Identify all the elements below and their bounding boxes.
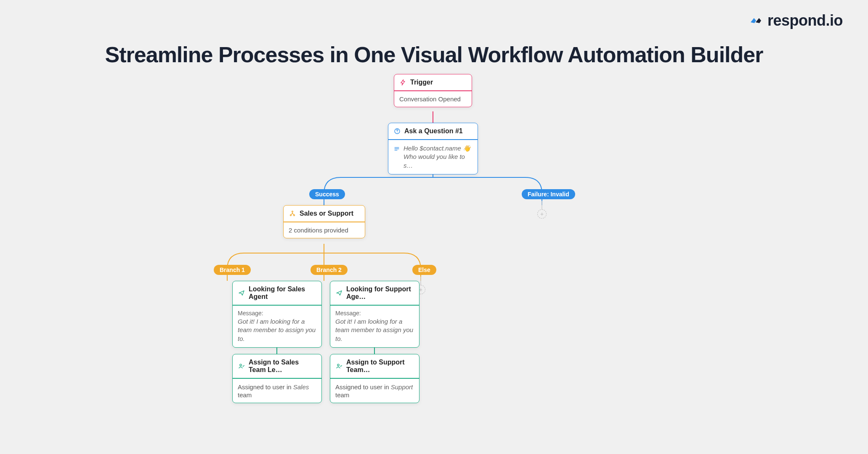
list-icon: [393, 145, 400, 153]
add-step-failure-button[interactable]: +: [537, 209, 547, 219]
node-branch-body: 2 conditions provided: [284, 222, 365, 238]
user-check-icon: [238, 362, 245, 370]
branch-icon: [289, 210, 296, 217]
node-ask-question[interactable]: Ask a Question #1 Hello $contact.name 👋 …: [388, 123, 478, 174]
branch-else-pill[interactable]: Else: [412, 265, 436, 275]
node-assign-support-body: Assigned to user in Support team: [330, 379, 419, 403]
svg-point-17: [292, 211, 293, 212]
logo-mark-icon: [750, 15, 764, 26]
node-branch-sales-or-support[interactable]: Sales or Support 2 conditions provided: [283, 205, 365, 238]
send-icon: [238, 289, 245, 297]
node-assign-sales-body: Assigned to user in Sales team: [233, 379, 321, 403]
brand-logo: respond.io: [750, 12, 843, 29]
node-trigger[interactable]: Trigger Conversation Opened: [394, 74, 472, 107]
bolt-icon: [399, 79, 407, 86]
node-ask-label: Ask a Question #1: [404, 127, 463, 135]
node-send-sales-msg-label: Message:: [238, 310, 316, 317]
node-trigger-label: Trigger: [410, 79, 433, 86]
node-send-support-msg: Got it! I am looking for a team member t…: [335, 317, 414, 343]
node-send-support-msg-label: Message:: [335, 310, 414, 317]
svg-point-20: [240, 364, 242, 366]
outcome-success-pill[interactable]: Success: [309, 189, 345, 199]
brand-name: respond.io: [767, 12, 843, 29]
send-icon: [335, 289, 343, 297]
node-assign-support[interactable]: Assign to Support Team… Assigned to user…: [330, 354, 419, 403]
node-trigger-body: Conversation Opened: [394, 91, 472, 107]
node-branch-label: Sales or Support: [300, 210, 353, 217]
outcome-failure-pill[interactable]: Failure: Invalid: [522, 189, 575, 199]
node-ask-line2: Who would you like to s…: [403, 153, 472, 170]
node-send-sales[interactable]: Looking for Sales Agent Message: Got it!…: [232, 281, 322, 348]
svg-point-21: [337, 364, 339, 366]
node-send-sales-label: Looking for Sales Agent: [249, 285, 316, 301]
node-send-support[interactable]: Looking for Support Age… Message: Got it…: [330, 281, 419, 348]
node-send-sales-msg: Got it! I am looking for a team member t…: [238, 317, 316, 343]
node-send-support-label: Looking for Support Age…: [346, 285, 414, 301]
node-assign-support-label: Assign to Support Team…: [346, 359, 414, 374]
branch-1-pill[interactable]: Branch 1: [214, 265, 251, 275]
node-assign-sales-label: Assign to Sales Team Le…: [249, 359, 316, 374]
node-assign-sales[interactable]: Assign to Sales Team Le… Assigned to use…: [232, 354, 322, 403]
page-title: Streamline Processes in One Visual Workf…: [105, 42, 763, 67]
svg-point-13: [397, 132, 397, 133]
workflow-canvas[interactable]: Trigger Conversation Opened Ask a Questi…: [0, 71, 868, 450]
node-ask-line1: Hello $contact.name 👋: [403, 144, 472, 153]
user-check-icon: [335, 362, 343, 370]
help-circle-icon: [393, 127, 401, 135]
branch-2-pill[interactable]: Branch 2: [311, 265, 348, 275]
